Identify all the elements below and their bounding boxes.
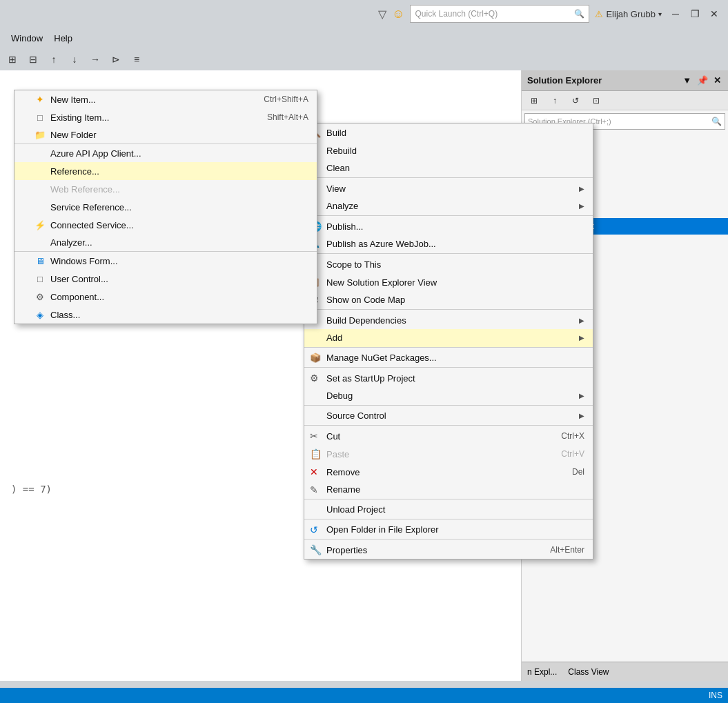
ctx-left-existing-item[interactable]: □ Existing Item... Shift+Alt+A [14,108,317,126]
tool-btn-3[interactable]: ↑ [44,50,63,68]
ctx-set-as-startup-label: Set as StartUp Project [326,373,415,384]
quick-launch-text: Quick Launch (Ctrl+Q) [415,9,574,19]
ctx-new-solution-explorer-view-label: New Solution Explorer View [326,277,437,288]
close-button[interactable]: ✕ [706,6,722,22]
ctx-left-analyzer[interactable]: Analyzer... [14,234,317,252]
ctx-publish-azure[interactable]: ☁ Publish as Azure WebJob... [304,235,593,254]
ctx-left-class-label: Class... [50,310,80,320]
ctx-analyze-arrow: ▶ [579,202,584,210]
se-tool-1[interactable]: ⊞ [524,92,544,110]
set-as-startup-icon: ⚙ [310,373,319,384]
ctx-analyze-label: Analyze [326,201,358,211]
ctx-source-control-label: Source Control [326,410,386,421]
ctx-left-reference[interactable]: Reference... [14,162,317,180]
tool-btn-6[interactable]: ⊳ [106,50,126,68]
ctx-new-solution-explorer-view[interactable]: 📋 New Solution Explorer View [304,273,593,291]
status-bar: INS [0,688,728,703]
manage-nuget-icon: 📦 [310,353,321,363]
ctx-left-connected-service[interactable]: ⚡ Connected Service... [14,216,317,234]
ctx-build-dependencies[interactable]: Build Dependencies ▶ [304,311,593,329]
se-tab-explorer[interactable]: n Expl... [522,667,562,677]
ctx-scope-to-this[interactable]: Scope to This [304,255,593,273]
ctx-left-azure-api-label: Azure API App Client... [50,148,141,159]
ctx-unload-project[interactable]: Unload Project [304,501,593,519]
rename-icon: ✎ [310,484,318,495]
ctx-debug[interactable]: Debug ▶ [304,387,593,406]
ctx-build[interactable]: 🔨 Build [304,123,593,141]
tool-btn-4[interactable]: ↓ [65,50,84,68]
paste-icon: 📋 [310,448,322,459]
ctx-left-analyzer-label: Analyzer... [50,237,92,248]
ctx-left-windows-form[interactable]: 🖥 Windows Form... [14,252,317,270]
ctx-rebuild[interactable]: Rebuild [304,141,593,159]
ctx-left-web-reference-label: Web Reference... [50,184,120,195]
se-search-icon: 🔍 [711,117,722,126]
ctx-open-folder[interactable]: ↺ Open Folder in File Explorer [304,521,593,539]
ctx-show-on-code-map[interactable]: 🗺 Show on Code Map [304,291,593,310]
se-bottom-tabs: n Expl... Class View [522,662,728,681]
connected-service-icon: ⚡ [34,219,46,231]
ctx-left-user-control[interactable]: □ User Control... [14,270,317,288]
ctx-add[interactable]: Add ▶ [304,329,593,348]
ctx-show-on-code-map-label: Show on Code Map [326,295,405,305]
ctx-left-new-item-label: New Item... [50,95,96,105]
tool-btn-7[interactable]: ≡ [127,50,146,68]
se-tool-2[interactable]: ↑ [545,92,564,110]
se-pin-btn[interactable]: 📌 [696,75,709,86]
ctx-view-label: View [326,184,346,194]
se-dropdown-btn[interactable]: ▼ [681,75,693,86]
se-title: Solution Explorer [527,75,602,86]
ctx-left-azure-api[interactable]: Azure API App Client... [14,144,317,162]
ctx-left-component[interactable]: ⚙ Component... [14,288,317,306]
ctx-left-web-reference[interactable]: Web Reference... [14,180,317,198]
ctx-source-control[interactable]: Source Control ▶ [304,407,593,426]
ctx-unload-project-label: Unload Project [326,504,385,515]
ctx-left-new-item[interactable]: ✦ New Item... Ctrl+Shift+A [14,90,317,108]
ctx-remove[interactable]: ✕ Remove Del [304,463,593,481]
ctx-build-dependencies-label: Build Dependencies [326,315,406,326]
user-control-icon: □ [34,273,46,285]
ctx-view-arrow: ▶ [579,185,584,192]
status-bar-ins: INS [709,691,722,700]
ctx-analyze[interactable]: Analyze ▶ [304,197,593,216]
ctx-debug-arrow: ▶ [579,392,584,399]
se-tool-4[interactable]: ⊡ [587,92,606,110]
remove-icon: ✕ [310,466,318,477]
quick-launch-box[interactable]: Quick Launch (Ctrl+Q) 🔍 [410,5,589,23]
new-item-icon: ✦ [34,93,46,106]
tool-btn-5[interactable]: → [86,50,105,68]
ctx-set-as-startup[interactable]: ⚙ Set as StartUp Project [304,369,593,387]
ctx-view[interactable]: View ▶ [304,179,593,197]
minimize-button[interactable]: ─ [667,6,684,22]
se-tool-3[interactable]: ↺ [566,92,585,110]
tool-btn-1[interactable]: ⊞ [3,50,22,68]
ctx-cut[interactable]: ✂ Cut Ctrl+X [304,427,593,445]
ctx-left-service-reference[interactable]: Service Reference... [14,198,317,216]
menu-help[interactable]: Help [48,30,78,46]
ctx-properties[interactable]: 🔧 Properties Alt+Enter [304,541,593,559]
ctx-rename[interactable]: ✎ Rename [304,481,593,499]
se-toolbar: ⊞ ↑ ↺ ⊡ [522,91,728,110]
ctx-paste[interactable]: 📋 Paste Ctrl+V [304,445,593,463]
open-folder-icon: ↺ [310,524,318,535]
ctx-clean[interactable]: Clean [304,159,593,178]
restore-button[interactable]: ❐ [687,6,703,22]
ctx-publish[interactable]: 🌐 Publish... [304,217,593,235]
ctx-left-user-control-label: User Control... [50,274,108,284]
ctx-publish-label: Publish... [326,221,363,232]
menu-window[interactable]: Window [6,30,48,46]
se-tab-classview[interactable]: Class View [562,667,614,677]
ctx-left-class[interactable]: ◈ Class... [14,306,317,324]
ctx-left-component-label: Component... [50,292,104,302]
tool-btn-2[interactable]: ⊟ [23,50,43,68]
ctx-clean-label: Clean [326,163,350,173]
user-dropdown-arrow[interactable]: ▾ [658,10,662,18]
ctx-add-label: Add [326,333,342,343]
ctx-manage-nuget[interactable]: 📦 Manage NuGet Packages... [304,349,593,368]
ctx-rebuild-label: Rebuild [326,146,357,156]
quick-launch-search-icon: 🔍 [574,9,584,19]
ctx-left-existing-item-shortcut: Shift+Alt+A [267,112,308,122]
se-close-btn[interactable]: ✕ [712,75,722,86]
ctx-left-new-folder[interactable]: 📁 New Folder [14,126,317,144]
se-titlebar-buttons: ▼ 📌 ✕ [681,75,722,86]
